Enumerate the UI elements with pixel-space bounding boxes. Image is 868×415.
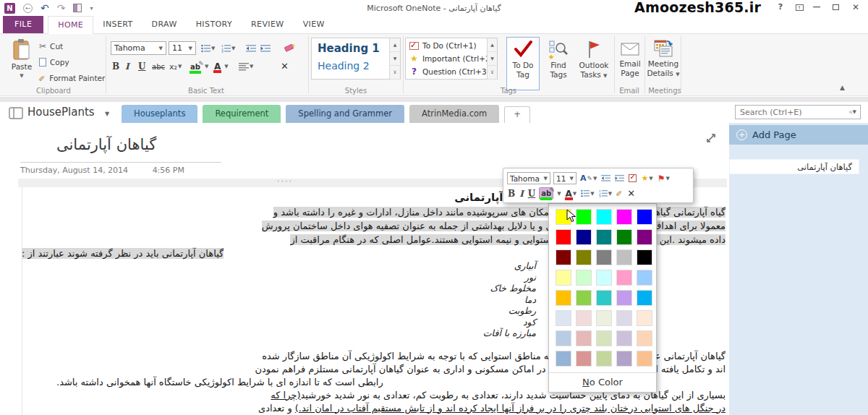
highlight-color-swatch[interactable]	[576, 229, 592, 245]
collapse-ribbon-icon[interactable]: ▲	[840, 84, 845, 91]
highlight-color-swatch[interactable]	[637, 209, 652, 225]
highlight-color-swatch[interactable]	[637, 270, 652, 286]
outlook-tasks-button[interactable]: OutlookTasks ▼	[576, 38, 612, 79]
highlight-color-swatch[interactable]	[637, 249, 652, 265]
notebook-dropdown-icon[interactable]: ▼	[105, 111, 109, 117]
highlight-color-swatch[interactable]	[576, 270, 592, 286]
mini-outlook-flag-button[interactable]: ⚑▼	[657, 172, 671, 184]
mini-numbering-button[interactable]: 123▼	[598, 187, 613, 200]
underline-button[interactable]: U	[138, 60, 145, 73]
mini-font-name-combo[interactable]: Tahoma▼	[507, 172, 550, 184]
search-box[interactable]: ▼	[735, 105, 861, 119]
mini-font-size-combo[interactable]: 11▼	[553, 172, 576, 184]
highlight-color-swatch[interactable]	[596, 229, 612, 245]
format-painter-button[interactable]: ✎ Format Painter	[39, 72, 105, 85]
mini-todo-tag-button[interactable]	[628, 172, 637, 184]
highlight-button[interactable]: ab✎ ▼	[190, 60, 208, 73]
highlight-color-swatch[interactable]	[556, 229, 571, 245]
highlight-color-swatch[interactable]	[616, 270, 632, 286]
mini-highlight-button[interactable]: ab✎	[539, 187, 553, 200]
ribbon-tab-view[interactable]: VIEW	[294, 16, 334, 33]
paragraph-align-button[interactable]: ▼	[239, 60, 253, 73]
highlight-color-swatch[interactable]	[576, 290, 592, 306]
bold-button[interactable]: B	[112, 60, 119, 73]
qat-dropdown-icon[interactable]: ▾	[90, 5, 93, 12]
format-eraser-button[interactable]	[284, 40, 295, 54]
highlight-color-swatch[interactable]	[616, 209, 632, 225]
highlight-color-swatch[interactable]	[616, 229, 632, 245]
font-name-combo[interactable]: Tahoma▼	[111, 41, 166, 55]
highlight-color-swatch[interactable]	[596, 249, 612, 265]
no-color-button[interactable]: No Color	[549, 372, 656, 392]
strikethrough-button[interactable]: abc	[152, 60, 165, 73]
highlight-color-swatch[interactable]	[576, 330, 592, 346]
section-tab-houseplants[interactable]: Houseplants	[122, 105, 197, 123]
highlight-color-swatch[interactable]	[596, 310, 612, 326]
close-button[interactable]: ✕	[849, 2, 862, 13]
highlight-color-swatch[interactable]	[576, 209, 592, 225]
page-list-item[interactable]: گیاهان آپارتمانی	[729, 159, 859, 174]
email-page-button[interactable]: EmailPage	[618, 38, 642, 77]
page-title[interactable]: گیاهان آپارتمانی	[56, 136, 156, 153]
redo-icon[interactable]: ↷	[57, 3, 66, 13]
mini-bold-button[interactable]: B	[507, 187, 516, 200]
highlight-color-swatch[interactable]	[616, 290, 632, 306]
section-tab-atrinmedia-com[interactable]: AtrinMedia.com	[409, 105, 499, 123]
mini-bullets-button[interactable]: ▼	[580, 187, 595, 200]
highlight-color-swatch[interactable]	[616, 351, 632, 367]
ribbon-tab-draw[interactable]: DRAW	[142, 16, 187, 33]
clear-formatting-button[interactable]: ✕	[281, 59, 289, 72]
tag-item[interactable]: ?Question (Ctrl+3)	[406, 65, 486, 78]
increase-indent-button[interactable]	[260, 42, 271, 55]
mini-italic-button[interactable]: I	[519, 187, 524, 200]
highlight-color-swatch[interactable]	[556, 270, 571, 286]
mini-highlight-dropdown[interactable]: ▼	[556, 187, 561, 200]
highlight-color-swatch[interactable]	[596, 270, 612, 286]
mini-delete-button[interactable]: ✕	[626, 187, 636, 200]
ribbon-tab-history[interactable]: HISTORY	[187, 16, 242, 33]
highlight-color-swatch[interactable]	[576, 351, 592, 367]
add-section-tab[interactable]: +	[504, 106, 530, 123]
minimize-button[interactable]: —	[810, 2, 823, 13]
highlight-color-swatch[interactable]	[596, 351, 612, 367]
search-scope-dropdown-icon[interactable]: ▼	[853, 109, 860, 115]
mini-styles-button[interactable]: A✎▼	[579, 172, 597, 184]
add-page-button[interactable]: + Add Page	[729, 125, 868, 145]
mini-increase-indent-button[interactable]	[614, 172, 625, 184]
onenote-app-icon[interactable]: N	[4, 3, 15, 14]
section-tab-spelling-and-grammer[interactable]: Spelling and Grammer	[286, 105, 404, 123]
paste-button[interactable]: Paste ▼	[7, 38, 36, 85]
mini-underline-button[interactable]: U	[527, 187, 536, 200]
highlight-color-swatch[interactable]	[576, 310, 592, 326]
font-size-combo[interactable]: 11▼	[169, 41, 196, 55]
tag-item[interactable]: To Do (Ctrl+1)	[406, 39, 486, 52]
copy-button[interactable]: Copy	[39, 56, 69, 69]
undo-icon[interactable]: ↶	[41, 3, 49, 13]
mini-font-color-button[interactable]: A▼	[565, 187, 578, 200]
subscript-button[interactable]: x₂▼	[169, 60, 182, 73]
highlight-color-swatch[interactable]	[637, 351, 652, 367]
italic-button[interactable]: I	[125, 60, 129, 73]
cut-button[interactable]: ✂ Cut	[39, 40, 63, 53]
highlight-color-swatch[interactable]	[556, 310, 571, 326]
decrease-indent-button[interactable]	[246, 42, 256, 55]
find-tags-button[interactable]: FindTags	[544, 38, 573, 79]
meeting-details-button[interactable]: MeetingDetails ▼	[647, 38, 680, 77]
highlight-color-swatch[interactable]	[556, 351, 571, 367]
highlight-color-swatch[interactable]	[576, 249, 592, 265]
highlight-color-swatch[interactable]	[616, 330, 632, 346]
font-color-button[interactable]: A ▼	[214, 60, 229, 73]
ribbon-tab-file[interactable]: FILE	[3, 16, 43, 33]
help-button[interactable]: ?	[774, 2, 787, 13]
back-icon[interactable]: ←	[23, 4, 33, 13]
expand-page-icon[interactable]	[706, 133, 716, 143]
highlight-color-swatch[interactable]	[637, 310, 652, 326]
highlight-color-swatch[interactable]	[637, 229, 652, 245]
ribbon-tab-insert[interactable]: INSERT	[93, 16, 142, 33]
highlight-color-swatch[interactable]	[556, 290, 571, 306]
mini-format-painter-button[interactable]: ✎	[616, 187, 624, 200]
style-heading2[interactable]: Heading 2	[318, 60, 370, 72]
todo-tag-button[interactable]: To DoTag	[506, 37, 540, 90]
highlight-color-swatch[interactable]	[616, 249, 632, 265]
tags-scrollbar[interactable]: ▲▼⊻	[487, 38, 497, 79]
